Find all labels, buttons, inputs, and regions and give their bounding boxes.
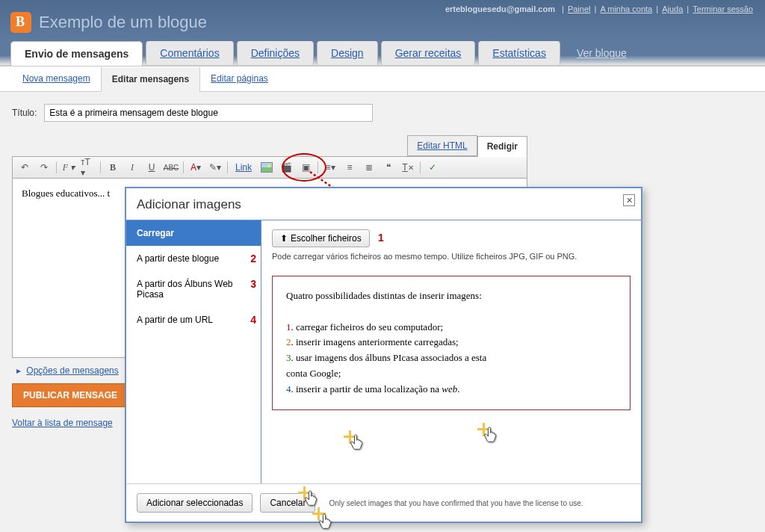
user-email: ertebloguesedu@gmail.com <box>445 4 555 13</box>
upload-icon: ⬆ <box>280 233 288 244</box>
close-icon[interactable]: ✕ <box>623 194 635 206</box>
tab-estatisticas[interactable]: Estatísticas <box>478 40 560 65</box>
info-box: Quatro possibilidades distintas de inser… <box>272 276 631 410</box>
choose-files-button[interactable]: ⬆ Escolher ficheiros <box>272 229 370 247</box>
spellcheck-icon[interactable]: ✓ <box>425 160 440 175</box>
sidebar-item-label: A partir deste blogue <box>137 253 219 264</box>
sidebar-item-blog[interactable]: A partir deste blogue 2 <box>126 246 261 271</box>
italic-icon[interactable]: I <box>125 160 140 175</box>
editor-toolbar: ↶ ↷ F ▾ тT ▾ B I U ABC A▾ ✎▾ Link 🎬 ▣ ≡▾… <box>12 156 527 179</box>
annotation-number: 2 <box>250 253 256 265</box>
sidebar-item-carregar[interactable]: Carregar <box>126 220 261 246</box>
options-link[interactable]: Opções de mensagens <box>26 365 118 376</box>
tab-design[interactable]: Design <box>317 40 378 65</box>
subtab-nova[interactable]: Nova mensagem <box>12 66 101 91</box>
sidebar-item-label: Carregar <box>137 228 174 238</box>
main-tabs: Envio de mensagens Comentários Definiçõe… <box>0 41 765 66</box>
info-heading: Quatro possibilidades distintas de inser… <box>286 288 616 304</box>
annotation-number: 3 <box>250 278 256 290</box>
blogger-logo-icon <box>10 12 31 33</box>
underline-icon[interactable]: U <box>144 160 159 175</box>
insert-image-icon[interactable] <box>259 160 274 175</box>
font-size-icon[interactable]: тT ▾ <box>81 160 96 175</box>
annotation-number: 1 <box>378 232 384 244</box>
separator <box>56 161 57 173</box>
sidebar-item-label: A partir dos Álbuns Web Picasa <box>137 279 233 300</box>
info-line: 3. usar imagens dos álbuns PIcasa associ… <box>286 350 616 366</box>
license-note: Only select images that you have confirm… <box>329 499 631 507</box>
sidebar-item-picasa[interactable]: A partir dos Álbuns Web Picasa 3 <box>126 271 261 307</box>
info-line: 2. inserir imagens anteriormente carrega… <box>286 335 616 350</box>
align-icon[interactable]: ≡▾ <box>323 160 338 175</box>
subtab-editar[interactable]: Editar mensagens <box>101 67 200 92</box>
highlight-icon[interactable]: ✎▾ <box>208 160 223 175</box>
add-images-dialog: Adicionar imagens ✕ Carregar A partir de… <box>125 187 642 523</box>
bold-icon[interactable]: B <box>105 160 120 175</box>
info-line: conta Google; <box>286 366 616 382</box>
separator <box>420 161 421 173</box>
undo-icon[interactable]: ↶ <box>17 160 32 175</box>
remove-format-icon[interactable]: T✕ <box>400 160 415 175</box>
tab-envio[interactable]: Envio de mensagens <box>10 41 143 66</box>
annotation-number: 4 <box>250 314 256 326</box>
separator <box>318 161 318 173</box>
terminar-link[interactable]: Terminar sessão <box>693 4 753 13</box>
sidebar-item-label: A partir de um URL <box>137 315 213 325</box>
info-line: 1. carregar ficheiros do seu computador; <box>286 320 616 335</box>
separator <box>100 161 101 173</box>
ajuda-link[interactable]: Ajuda <box>662 4 683 13</box>
sidebar-item-url[interactable]: A partir de um URL 4 <box>126 307 261 332</box>
numbered-list-icon[interactable]: ≡ <box>342 160 357 175</box>
blog-title: Exemplo de um blogue <box>39 13 207 32</box>
link-button[interactable]: Link <box>232 162 255 173</box>
dialog-main: ⬆ Escolher ficheiros 1 Pode carregar vár… <box>261 220 641 483</box>
top-links: ertebloguesedu@gmail.com | Painel | A mi… <box>445 4 755 13</box>
app-header: ertebloguesedu@gmail.com | Painel | A mi… <box>0 0 765 41</box>
insert-jump-icon[interactable]: ▣ <box>298 160 313 175</box>
editar-html-tab[interactable]: Editar HTML <box>407 135 477 156</box>
text-color-icon[interactable]: A▾ <box>188 160 203 175</box>
ver-blogue-link[interactable]: Ver blogue <box>563 41 640 65</box>
insert-video-icon[interactable]: 🎬 <box>279 160 294 175</box>
painel-link[interactable]: Painel <box>568 4 591 13</box>
tab-gerar[interactable]: Gerar receitas <box>381 40 476 65</box>
subtab-paginas[interactable]: Editar páginas <box>200 66 279 91</box>
font-family-icon[interactable]: F ▾ <box>61 160 76 175</box>
minha-conta-link[interactable]: A minha conta <box>600 4 652 13</box>
title-label: Título: <box>12 108 37 118</box>
publish-button[interactable]: PUBLICAR MENSAGE <box>12 383 128 407</box>
dialog-title: Adicionar imagens <box>137 197 631 212</box>
info-line: 4. inserir a partir de uma localização n… <box>286 382 616 398</box>
separator <box>183 161 184 173</box>
bullet-list-icon[interactable]: ≣ <box>362 160 377 175</box>
dialog-footer: Adicionar seleccionadas Cancelar Only se… <box>126 484 641 522</box>
sub-tabs: Nova mensagem Editar mensagens Editar pá… <box>0 66 765 92</box>
dialog-sidebar: Carregar A partir deste blogue 2 A parti… <box>126 220 261 483</box>
strike-icon[interactable]: ABC <box>164 160 179 175</box>
redo-icon[interactable]: ↷ <box>37 160 52 175</box>
quote-icon[interactable]: ❝ <box>381 160 396 175</box>
tab-definicoes[interactable]: Definições <box>237 40 314 65</box>
upload-hint: Pode carregar vários ficheiros ao mesmo … <box>272 252 631 261</box>
tab-comentarios[interactable]: Comentários <box>146 40 233 65</box>
post-title-input[interactable] <box>44 104 373 122</box>
redigir-tab[interactable]: Redigir <box>477 136 527 157</box>
separator <box>227 161 228 173</box>
add-selected-button[interactable]: Adicionar seleccionadas <box>137 493 253 513</box>
choose-files-label: Escolher ficheiros <box>291 233 362 244</box>
cancel-button[interactable]: Cancelar <box>260 493 315 513</box>
